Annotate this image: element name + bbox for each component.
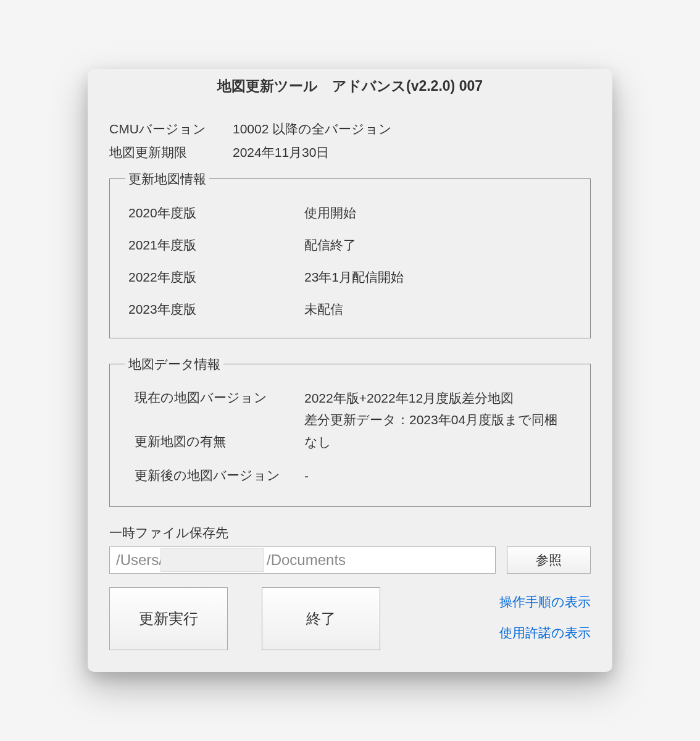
- show-manual-link[interactable]: 操作手順の表示: [499, 593, 591, 611]
- path-prefix: /Users/: [116, 551, 163, 569]
- bottom-controls: 更新実行 終了 操作手順の表示 使用許諾の表示: [109, 587, 591, 650]
- update-exists-row: 更新地図の有無 なし: [119, 433, 581, 454]
- links-column: 操作手順の表示 使用許諾の表示: [499, 587, 591, 642]
- map-status: 23年1月配信開始: [304, 269, 404, 286]
- map-status: 使用開始: [304, 204, 356, 222]
- expire-row: 地図更新期限 2024年11月30日: [109, 144, 591, 161]
- map-year: 2020年度版: [125, 204, 304, 222]
- map-status: 未配信: [304, 301, 343, 318]
- map-row-2023: 2023年度版 未配信: [119, 293, 581, 325]
- after-version-row: 更新後の地図バージョン -: [119, 454, 581, 494]
- path-suffix: /Documents: [267, 551, 346, 569]
- content-area: CMUバージョン 10002 以降の全バージョン 地図更新期限 2024年11月…: [88, 102, 612, 672]
- window-title: 地図更新ツール アドバンス(v2.2.0) 007: [88, 69, 612, 102]
- update-exists-value: なし: [304, 433, 331, 451]
- after-version-label: 更新後の地図バージョン: [125, 467, 304, 484]
- map-info-legend: 更新地図情報: [125, 170, 209, 188]
- show-license-link[interactable]: 使用許諾の表示: [499, 624, 591, 642]
- map-year: 2022年度版: [125, 269, 304, 286]
- cmu-version-value: 10002 以降の全バージョン: [233, 120, 392, 138]
- run-update-button[interactable]: 更新実行: [109, 587, 228, 650]
- path-row: /Users/ /Documents 参照: [109, 546, 591, 574]
- temp-path-input[interactable]: /Users/ /Documents: [109, 546, 496, 574]
- exit-button[interactable]: 終了: [262, 587, 380, 650]
- map-year: 2021年度版: [125, 237, 304, 254]
- expire-label: 地図更新期限: [109, 144, 233, 161]
- browse-button[interactable]: 参照: [507, 546, 591, 574]
- cmu-version-row: CMUバージョン 10002 以降の全バージョン: [109, 120, 591, 138]
- current-version-value: 2022年版+2022年12月度版差分地図: [304, 389, 514, 407]
- cmu-version-label: CMUバージョン: [109, 120, 233, 138]
- map-row-2022: 2022年度版 23年1月配信開始: [119, 261, 581, 293]
- current-version-row: 現在の地図バージョン 2022年版+2022年12月度版差分地図: [119, 385, 581, 411]
- update-exists-label: 更新地図の有無: [125, 433, 304, 450]
- data-info-legend: 地図データ情報: [125, 356, 223, 373]
- diff-data-row: 差分更新データ：2023年04月度版まで同梱: [119, 411, 581, 432]
- map-info-group: 更新地図情報 2020年度版 使用開始 2021年度版 配信終了 2022年度版…: [109, 170, 591, 338]
- diff-data-value: 差分更新データ：2023年04月度版まで同梱: [304, 411, 557, 429]
- map-row-2020: 2020年度版 使用開始: [119, 197, 581, 229]
- map-status: 配信終了: [304, 237, 356, 254]
- temp-path-label: 一時ファイル保存先: [109, 524, 591, 542]
- map-year: 2023年度版: [125, 301, 304, 318]
- after-version-value: -: [304, 467, 309, 485]
- app-window: 地図更新ツール アドバンス(v2.2.0) 007 CMUバージョン 10002…: [88, 69, 612, 672]
- path-redacted-box: [160, 548, 264, 572]
- expire-value: 2024年11月30日: [233, 144, 329, 161]
- map-row-2021: 2021年度版 配信終了: [119, 229, 581, 261]
- current-version-label: 現在の地図バージョン: [125, 389, 304, 406]
- data-info-group: 地図データ情報 現在の地図バージョン 2022年版+2022年12月度版差分地図…: [109, 356, 591, 508]
